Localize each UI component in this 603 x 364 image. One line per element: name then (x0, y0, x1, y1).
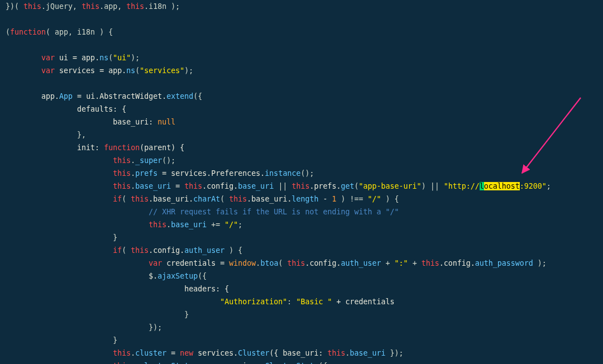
search-match-current: l (480, 182, 484, 190)
code-line: this.base_uri = this.config.base_uri || … (113, 182, 551, 190)
code-editor[interactable]: })( this.jQuery, this.app, this.i18n ); … (0, 0, 603, 364)
code-line: if( this.config.auth_user ) { (113, 246, 242, 255)
code-line: init: function(parent) { (77, 143, 184, 152)
code-line: $.ajaxSetup({ (149, 272, 207, 280)
code-line: app.App = ui.AbstractWidget.extend({ (41, 92, 202, 100)
comment: // XHR request fails if the URL is not e… (149, 208, 399, 216)
code-line: this._super(); (113, 156, 175, 165)
code-line: this.prefs = services.Preferences.instan… (113, 169, 314, 178)
code-line: this.base_uri += "/"; (149, 221, 242, 229)
code-line: if( this.base_uri.charAt( this.base_uri.… (113, 195, 399, 203)
code-line: }); (149, 323, 162, 332)
code-line: this._clusterState = new services.Cluste… (113, 362, 327, 364)
code-line: (function( app, i18n ) { (6, 28, 113, 36)
code-line: }, (77, 131, 86, 139)
search-match: ocalhost (484, 182, 520, 190)
code-line: } (113, 336, 117, 344)
code-line: this.cluster = new services.Cluster({ ba… (113, 349, 403, 357)
code-line: headers: { (184, 285, 229, 293)
code-line: var credentials = window.btoa( this.conf… (149, 259, 547, 267)
code-line: var ui = app.ns("ui"); (41, 54, 140, 62)
code-line: } (113, 233, 117, 242)
code-line: var services = app.ns("services"); (41, 66, 193, 75)
code-line: })( this.jQuery, this.app, this.i18n ); (6, 2, 180, 11)
code-line: } (184, 310, 189, 319)
code-line: "Authorization": "Basic " + credentials (220, 298, 394, 306)
code-line: defaults: { (77, 105, 126, 113)
code-line: base_uri: null (113, 118, 175, 126)
